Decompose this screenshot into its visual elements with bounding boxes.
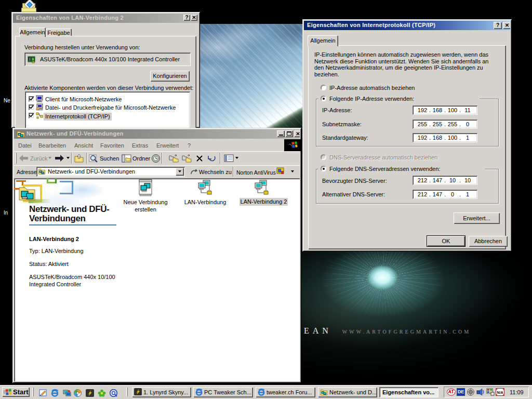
svg-text:N/A: N/A [497, 391, 503, 394]
